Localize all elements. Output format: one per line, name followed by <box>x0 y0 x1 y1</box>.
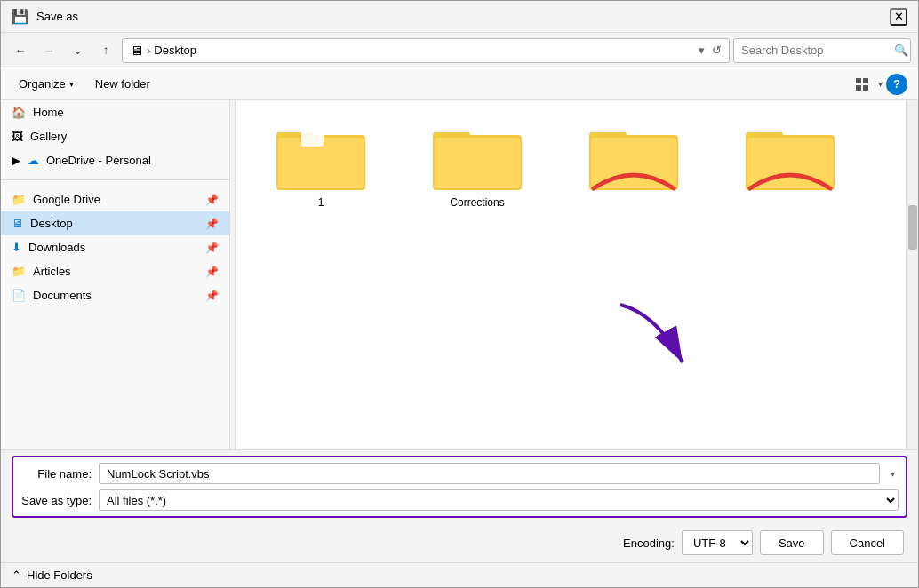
onedrive-icon: ☁ <box>28 154 39 167</box>
sidebar-item-home[interactable]: 🏠 Home <box>1 100 229 124</box>
sidebar-divider <box>1 179 229 180</box>
new-folder-button[interactable]: New folder <box>88 75 157 93</box>
save-button[interactable]: Save <box>760 530 824 555</box>
pin-icon-google-drive: 📌 <box>205 194 219 206</box>
dialog-window: 💾 Save as ✕ ← → ⌄ ↑ 🖥 › Desktop ▾ ↺ 🔍 Or… <box>0 0 919 588</box>
scrollbar-thumb[interactable] <box>908 205 917 250</box>
sidebar-item-google-drive[interactable]: 📁 Google Drive 📌 <box>1 187 229 211</box>
encoding-section: Encoding: UTF-8 <box>623 530 753 555</box>
svg-rect-3 <box>863 85 868 91</box>
chevron-up-icon: ⌃ <box>12 568 21 582</box>
sidebar-item-downloads[interactable]: ⬇ Downloads 📌 <box>1 235 229 259</box>
pin-icon-downloads: 📌 <box>205 242 219 254</box>
folder-label-corrections: Corrections <box>450 196 504 209</box>
help-button[interactable]: ? <box>886 74 907 95</box>
folder-icon-partial-1 <box>589 122 678 193</box>
address-chevron[interactable]: ▾ <box>699 44 705 57</box>
sidebar-label-documents: Documents <box>33 289 198 302</box>
title-bar-icon: 💾 <box>12 8 29 25</box>
refresh-button[interactable]: ↺ <box>712 44 722 57</box>
svg-rect-10 <box>435 138 520 188</box>
sidebar-item-articles[interactable]: 📁 Articles 📌 <box>1 259 229 283</box>
file-area: 1 Corrections <box>236 100 906 449</box>
search-bar[interactable]: 🔍 <box>733 38 911 63</box>
sidebar-label-downloads: Downloads <box>28 241 198 254</box>
bottom-section: File name: ▾ Save as type: All files (*.… <box>1 449 918 587</box>
title-bar-left: 💾 Save as <box>12 8 78 25</box>
documents-icon: 📄 <box>12 289 26 302</box>
up-button[interactable]: ↑ <box>93 38 118 63</box>
nav-bar: ← → ⌄ ↑ 🖥 › Desktop ▾ ↺ 🔍 <box>1 33 918 68</box>
encoding-label: Encoding: <box>623 536 675 550</box>
saveastype-row: Save as type: All files (*.*) <box>20 489 899 511</box>
view-button[interactable] <box>850 72 875 97</box>
svg-rect-1 <box>863 78 868 83</box>
folder-item-partial-1[interactable] <box>563 115 705 216</box>
sidebar-label-google-drive: Google Drive <box>33 193 198 206</box>
folder-item-corrections[interactable]: Corrections <box>406 115 548 216</box>
forward-button[interactable]: → <box>36 38 61 63</box>
folder-icon-corrections <box>433 122 522 193</box>
folder-item-partial-2[interactable] <box>719 115 861 216</box>
folder-icon-partial-2 <box>746 122 835 193</box>
folder-icon-1 <box>276 122 365 193</box>
encoding-select[interactable]: UTF-8 <box>682 530 753 555</box>
hide-folders-label: Hide Folders <box>27 568 92 582</box>
sidebar-item-gallery[interactable]: 🖼 Gallery <box>1 124 229 148</box>
gallery-icon: 🖼 <box>12 130 23 143</box>
home-icon: 🏠 <box>12 106 26 119</box>
title-bar-title: Save as <box>36 10 78 23</box>
title-bar: 💾 Save as ✕ <box>1 1 918 33</box>
saveastype-select[interactable]: All files (*.*) <box>99 489 899 511</box>
close-button[interactable]: ✕ <box>890 8 907 26</box>
svg-rect-0 <box>856 78 861 83</box>
cancel-button[interactable]: Cancel <box>831 530 904 555</box>
search-input[interactable] <box>741 44 891 57</box>
desktop-icon: 🖥 <box>12 217 23 230</box>
recent-locations-button[interactable]: ⌄ <box>65 38 90 63</box>
svg-rect-2 <box>856 85 861 91</box>
pin-icon-documents: 📌 <box>205 290 219 302</box>
sidebar-item-onedrive[interactable]: ▶ ☁ OneDrive - Personal <box>1 148 229 172</box>
address-bar[interactable]: 🖥 › Desktop ▾ ↺ <box>122 38 730 63</box>
sidebar-label-articles: Articles <box>33 265 198 278</box>
file-fields-box: File name: ▾ Save as type: All files (*.… <box>12 456 907 518</box>
back-button[interactable]: ← <box>8 38 33 63</box>
sidebar-label-gallery: Gallery <box>30 130 219 143</box>
toolbar: Organize ▾ New folder ▾ ? <box>1 68 918 100</box>
pin-icon-articles: 📌 <box>205 266 219 278</box>
saveastype-label: Save as type: <box>20 494 92 507</box>
google-drive-icon: 📁 <box>12 193 26 206</box>
svg-rect-7 <box>301 131 324 147</box>
folder-label-1: 1 <box>318 196 324 209</box>
sidebar-label-home: Home <box>33 106 219 119</box>
search-icon: 🔍 <box>894 44 908 57</box>
pin-icon-desktop: 📌 <box>205 218 219 230</box>
toolbar-right: ▾ ? <box>850 72 907 97</box>
sidebar-item-desktop[interactable]: 🖥 Desktop 📌 <box>1 211 229 235</box>
sidebar-item-documents[interactable]: 📄 Documents 📌 <box>1 283 229 307</box>
address-icon: 🖥 <box>130 43 143 58</box>
expand-icon-onedrive: ▶ <box>12 154 20 167</box>
filename-row: File name: ▾ <box>20 463 899 484</box>
filename-input[interactable] <box>99 463 880 484</box>
sidebar-label-desktop: Desktop <box>30 217 198 230</box>
organize-button[interactable]: Organize ▾ <box>12 75 81 93</box>
filename-label: File name: <box>20 467 92 481</box>
filename-chevron[interactable]: ▾ <box>887 469 899 479</box>
vertical-scrollbar[interactable] <box>906 100 918 449</box>
sidebar-label-onedrive: OneDrive - Personal <box>46 154 151 167</box>
folder-item-1[interactable]: 1 <box>250 115 392 216</box>
sidebar: 🏠 Home 🖼 Gallery ▶ ☁ OneDrive - Personal… <box>1 100 230 449</box>
address-text: Desktop <box>154 44 695 57</box>
downloads-icon: ⬇ <box>12 241 21 254</box>
main-area: 🏠 Home 🖼 Gallery ▶ ☁ OneDrive - Personal… <box>1 100 918 449</box>
hide-folders-bar[interactable]: ⌃ Hide Folders <box>1 562 918 587</box>
articles-icon: 📁 <box>12 265 26 278</box>
action-row: Encoding: UTF-8 Save Cancel <box>1 523 918 562</box>
